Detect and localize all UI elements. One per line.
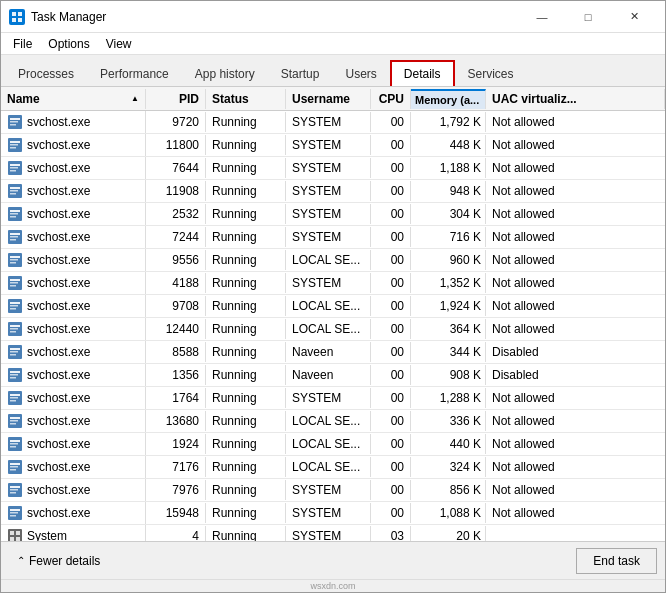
cell-status: Running [206, 434, 286, 454]
process-icon [7, 160, 23, 176]
table-row[interactable]: svchost.exe 9720 Running SYSTEM 00 1,792… [1, 111, 665, 134]
cell-pid: 1924 [146, 434, 206, 454]
cell-username: SYSTEM [286, 158, 371, 178]
table-row[interactable]: svchost.exe 7976 Running SYSTEM 00 856 K… [1, 479, 665, 502]
process-icon [7, 298, 23, 314]
table-row[interactable]: svchost.exe 1356 Running Naveen 00 908 K… [1, 364, 665, 387]
table-row[interactable]: svchost.exe 11908 Running SYSTEM 00 948 … [1, 180, 665, 203]
svg-rect-63 [10, 446, 16, 448]
cell-status: Running [206, 158, 286, 178]
col-header-memory[interactable]: Memory (a... [411, 89, 486, 109]
table-row[interactable]: svchost.exe 1924 Running LOCAL SE... 00 … [1, 433, 665, 456]
fewer-details-button[interactable]: ⌃ Fewer details [9, 550, 108, 572]
window-controls: — □ ✕ [519, 1, 657, 33]
cell-uac: Not allowed [486, 388, 665, 408]
cell-cpu: 00 [371, 434, 411, 454]
process-icon [7, 183, 23, 199]
tab-startup[interactable]: Startup [268, 60, 333, 86]
table-row[interactable]: svchost.exe 1764 Running SYSTEM 00 1,288… [1, 387, 665, 410]
cell-pid: 1356 [146, 365, 206, 385]
cell-pid: 11800 [146, 135, 206, 155]
cell-username: LOCAL SE... [286, 250, 371, 270]
table-row[interactable]: svchost.exe 7244 Running SYSTEM 00 716 K… [1, 226, 665, 249]
cell-username: SYSTEM [286, 388, 371, 408]
cell-pid: 4 [146, 526, 206, 541]
col-header-cpu[interactable]: CPU [371, 89, 411, 109]
cell-pid: 9556 [146, 250, 206, 270]
table-row[interactable]: svchost.exe 12440 Running LOCAL SE... 00… [1, 318, 665, 341]
cell-status: Running [206, 273, 286, 293]
svg-rect-70 [10, 489, 18, 491]
cell-status: Running [206, 296, 286, 316]
table-row[interactable]: svchost.exe 9708 Running LOCAL SE... 00 … [1, 295, 665, 318]
table-row[interactable]: System 4 Running SYSTEM 03 20 K [1, 525, 665, 541]
close-button[interactable]: ✕ [611, 1, 657, 33]
col-header-pid[interactable]: PID [146, 89, 206, 109]
process-icon [7, 459, 23, 475]
tab-performance[interactable]: Performance [87, 60, 182, 86]
cell-uac: Not allowed [486, 227, 665, 247]
cell-name: svchost.exe [1, 341, 146, 363]
svg-rect-0 [12, 12, 16, 16]
cell-cpu: 00 [371, 457, 411, 477]
svg-rect-75 [10, 515, 16, 517]
end-task-button[interactable]: End task [576, 548, 657, 574]
tab-processes[interactable]: Processes [5, 60, 87, 86]
svg-rect-77 [10, 531, 14, 535]
cell-uac: Not allowed [486, 411, 665, 431]
table-body[interactable]: svchost.exe 9720 Running SYSTEM 00 1,792… [1, 111, 665, 541]
table-row[interactable]: svchost.exe 9556 Running LOCAL SE... 00 … [1, 249, 665, 272]
process-icon [7, 390, 23, 406]
cell-cpu: 00 [371, 204, 411, 224]
cell-username: Naveen [286, 342, 371, 362]
svg-rect-14 [10, 167, 18, 169]
table-row[interactable]: svchost.exe 13680 Running LOCAL SE... 00… [1, 410, 665, 433]
maximize-button[interactable]: □ [565, 1, 611, 33]
table-row[interactable]: svchost.exe 7644 Running SYSTEM 00 1,188… [1, 157, 665, 180]
svg-rect-18 [10, 190, 18, 192]
svg-rect-69 [10, 486, 20, 488]
svg-rect-45 [10, 348, 20, 350]
col-header-name[interactable]: Name ▲ [1, 89, 146, 109]
cell-status: Running [206, 204, 286, 224]
table-row[interactable]: svchost.exe 15948 Running SYSTEM 00 1,08… [1, 502, 665, 525]
col-header-status[interactable]: Status [206, 89, 286, 109]
col-header-username[interactable]: Username [286, 89, 371, 109]
cell-status: Running [206, 480, 286, 500]
cell-name: svchost.exe [1, 111, 146, 133]
svg-rect-61 [10, 440, 20, 442]
table-row[interactable]: svchost.exe 7176 Running LOCAL SE... 00 … [1, 456, 665, 479]
cell-cpu: 00 [371, 227, 411, 247]
bottom-bar: ⌃ Fewer details End task [1, 541, 665, 579]
menu-file[interactable]: File [5, 35, 40, 53]
cell-cpu: 00 [371, 158, 411, 178]
cell-username: SYSTEM [286, 503, 371, 523]
cell-pid: 7976 [146, 480, 206, 500]
cell-cpu: 00 [371, 135, 411, 155]
tab-users[interactable]: Users [332, 60, 389, 86]
table-row[interactable]: svchost.exe 4188 Running SYSTEM 00 1,352… [1, 272, 665, 295]
svg-rect-49 [10, 371, 20, 373]
table-row[interactable]: svchost.exe 11800 Running SYSTEM 00 448 … [1, 134, 665, 157]
svg-rect-51 [10, 377, 16, 379]
table-row[interactable]: svchost.exe 8588 Running Naveen 00 344 K… [1, 341, 665, 364]
cell-name: svchost.exe [1, 157, 146, 179]
svg-rect-78 [16, 531, 20, 535]
svg-rect-65 [10, 463, 20, 465]
cell-status: Running [206, 227, 286, 247]
cell-memory: 336 K [411, 411, 486, 431]
minimize-button[interactable]: — [519, 1, 565, 33]
table-row[interactable]: svchost.exe 2532 Running SYSTEM 00 304 K… [1, 203, 665, 226]
menu-view[interactable]: View [98, 35, 140, 53]
cell-uac: Not allowed [486, 296, 665, 316]
svg-rect-11 [10, 147, 16, 149]
cell-username: SYSTEM [286, 480, 371, 500]
svg-rect-7 [10, 124, 16, 126]
col-header-uac[interactable]: UAC virtualiz... [486, 89, 665, 109]
cell-uac: Not allowed [486, 480, 665, 500]
tab-details[interactable]: Details [390, 60, 455, 86]
tab-services[interactable]: Services [455, 60, 527, 86]
menu-options[interactable]: Options [40, 35, 97, 53]
tab-app-history[interactable]: App history [182, 60, 268, 86]
cell-cpu: 00 [371, 181, 411, 201]
